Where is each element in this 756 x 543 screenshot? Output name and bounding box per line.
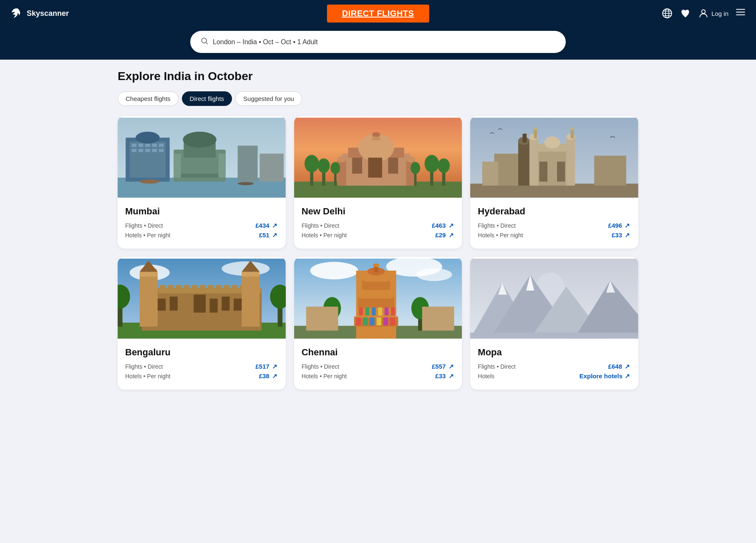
external-link-icon: ↗	[448, 373, 454, 380]
flights-label-bengaluru: Flights • Direct	[125, 363, 163, 370]
card-image-new-delhi	[294, 116, 462, 199]
flights-row-bengaluru: Flights • Direct £517 ↗	[125, 363, 278, 370]
svg-rect-25	[159, 143, 164, 147]
flight-price-new-delhi[interactable]: £463 ↗	[432, 222, 454, 229]
search-bar-text: London – India • Oct – Oct • 1 Adult	[213, 38, 318, 46]
language-icon[interactable]	[661, 8, 673, 19]
svg-rect-47	[337, 160, 346, 186]
hotels-label-mumbai: Hotels • Per night	[125, 232, 170, 239]
svg-rect-101	[232, 285, 237, 290]
card-body-mopa: Mopa Flights • Direct £648 ↗ Hotels Expl…	[470, 340, 638, 390]
card-mumbai[interactable]: Mumbai Flights • Direct £434 ↗ Hotels • …	[118, 116, 286, 249]
card-hyderabad[interactable]: Hyderabad Flights • Direct £496 ↗ Hotels…	[470, 116, 638, 249]
card-new-delhi[interactable]: New Delhi Flights • Direct £463 ↗ Hotels…	[294, 116, 462, 249]
card-bengaluru[interactable]: Bengaluru Flights • Direct £517 ↗ Hotels…	[118, 257, 286, 390]
svg-rect-26	[132, 149, 137, 152]
external-link-icon: ↗	[272, 363, 278, 370]
hotel-price-hyderabad[interactable]: £33 ↗	[612, 231, 631, 239]
skyscanner-logo-icon	[10, 7, 23, 20]
favorites-icon[interactable]	[680, 8, 691, 19]
hotel-price-chennai[interactable]: £33 ↗	[435, 372, 454, 380]
svg-rect-34	[238, 146, 258, 181]
flight-price-chennai[interactable]: £557 ↗	[432, 363, 454, 370]
external-link-icon: ↗	[624, 222, 631, 229]
tab-suggested-for-you[interactable]: Suggested for you	[235, 91, 302, 106]
svg-point-73	[534, 127, 538, 131]
svg-rect-93	[168, 285, 174, 290]
card-chennai[interactable]: Chennai Flights • Direct £557 ↗ Hotels •…	[294, 257, 462, 390]
card-grid: Mumbai Flights • Direct £434 ↗ Hotels • …	[118, 116, 638, 390]
svg-rect-27	[139, 149, 144, 152]
hotel-price-bengaluru[interactable]: £38 ↗	[259, 372, 278, 380]
svg-rect-155	[422, 307, 454, 331]
svg-rect-30	[159, 149, 164, 152]
svg-rect-131	[358, 297, 394, 308]
svg-point-52	[305, 155, 319, 172]
flights-row-mumbai: Flights • Direct £434 ↗	[125, 222, 278, 229]
hotels-row-hyderabad: Hotels • Per night £33 ↗	[478, 231, 631, 239]
svg-rect-97	[200, 285, 206, 290]
external-link-icon: ↗	[624, 373, 631, 380]
card-body-chennai: Chennai Flights • Direct £557 ↗ Hotels •…	[294, 340, 462, 390]
hotel-price-mumbai[interactable]: £51 ↗	[259, 231, 278, 239]
search-bar[interactable]: London – India • Oct – Oct • 1 Adult	[190, 31, 566, 53]
flight-price-bengaluru[interactable]: £517 ↗	[255, 363, 278, 370]
hotels-row-new-delhi: Hotels • Per night £29 ↗	[302, 231, 455, 239]
tab-cheapest-flights[interactable]: Cheapest flights	[118, 91, 179, 106]
svg-rect-141	[359, 307, 363, 315]
svg-rect-117	[222, 297, 229, 311]
city-name-bengaluru: Bengaluru	[125, 347, 278, 358]
svg-point-60	[330, 162, 340, 174]
flight-price-hyderabad[interactable]: £496 ↗	[608, 222, 631, 229]
card-image-mopa	[470, 257, 638, 340]
explore-hotels-mopa[interactable]: Explore hotels ↗	[580, 372, 631, 380]
hotels-row-mumbai: Hotels • Per night £51 ↗	[125, 231, 278, 239]
svg-rect-28	[145, 149, 150, 152]
card-body-hyderabad: Hyderabad Flights • Direct £496 ↗ Hotels…	[470, 199, 638, 249]
svg-rect-79	[482, 162, 498, 186]
flights-row-hyderabad: Flights • Direct £496 ↗	[478, 222, 631, 229]
svg-rect-138	[376, 317, 381, 325]
direct-flights-banner-button[interactable]: DIRECT FLIGHTS	[327, 5, 429, 23]
svg-rect-137	[370, 317, 375, 325]
svg-rect-132	[360, 289, 392, 299]
svg-rect-78	[494, 153, 522, 186]
svg-point-5	[702, 10, 706, 13]
svg-rect-118	[234, 299, 242, 311]
hotels-row-chennai: Hotels • Per night £33 ↗	[302, 372, 455, 380]
hotels-label-new-delhi: Hotels • Per night	[302, 232, 347, 239]
flight-price-mopa[interactable]: £648 ↗	[608, 363, 631, 370]
svg-rect-133	[362, 281, 390, 290]
svg-point-124	[310, 262, 358, 279]
svg-point-62	[411, 162, 420, 174]
svg-rect-44	[352, 158, 362, 173]
svg-rect-23	[145, 143, 150, 147]
external-link-icon: ↗	[272, 373, 278, 380]
svg-rect-110	[242, 274, 260, 327]
external-link-icon: ↗	[272, 222, 278, 229]
flights-label-mumbai: Flights • Direct	[125, 222, 163, 229]
hotels-label-bengaluru: Hotels • Per night	[125, 373, 170, 380]
login-button[interactable]: Log in	[698, 8, 728, 19]
hotel-price-new-delhi[interactable]: £29 ↗	[435, 231, 454, 239]
hamburger-menu-icon[interactable]	[735, 7, 746, 20]
svg-rect-24	[152, 143, 157, 147]
flights-label-new-delhi: Flights • Direct	[302, 222, 339, 229]
svg-rect-18	[219, 153, 226, 178]
svg-point-56	[424, 155, 439, 172]
city-name-new-delhi: New Delhi	[302, 206, 455, 217]
card-mopa[interactable]: Mopa Flights • Direct £648 ↗ Hotels Expl…	[470, 257, 638, 390]
svg-rect-104	[140, 274, 158, 327]
search-icon	[200, 37, 209, 47]
city-name-hyderabad: Hyderabad	[478, 206, 631, 217]
tab-direct-flights[interactable]: Direct flights	[182, 91, 232, 106]
svg-rect-113	[158, 299, 166, 311]
svg-rect-96	[192, 285, 197, 290]
svg-point-126	[416, 268, 452, 281]
svg-point-77	[570, 127, 575, 131]
flight-price-mumbai[interactable]: £434 ↗	[255, 222, 278, 229]
logo[interactable]: Skyscanner	[10, 7, 69, 20]
svg-rect-16	[176, 173, 224, 178]
hotels-label-chennai: Hotels • Per night	[302, 373, 347, 380]
svg-rect-66	[539, 162, 547, 182]
